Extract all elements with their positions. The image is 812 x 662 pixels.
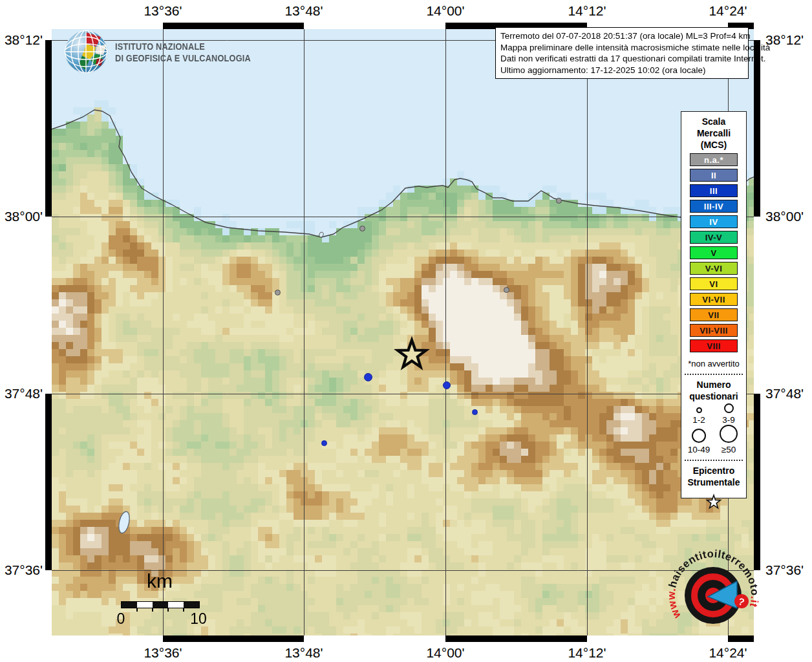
- frame-segment: [45, 40, 52, 217]
- questionnaire-class-label: 10-49: [688, 445, 710, 454]
- legend-title: ScalaMercalli(MCS): [681, 116, 746, 151]
- axis-label-right: 38°12': [765, 32, 812, 48]
- mercalli-swatch-ivv: IV-V: [690, 231, 738, 244]
- frame-segment: [754, 23, 760, 40]
- axis-label-left: 37°48': [0, 386, 43, 401]
- axis-label-bottom: 14°00': [410, 645, 481, 661]
- question-mark-badge[interactable]: ?: [734, 594, 749, 608]
- scale-bar-segments: [121, 601, 200, 608]
- questionnaire-class: 10-49: [684, 429, 714, 454]
- questionnaires-title: Numeroquestionari: [681, 379, 746, 402]
- intensity-dot: [472, 409, 478, 415]
- haisentitoilterremoto-logo[interactable]: www.haisentitoilterremoto.it ?: [658, 540, 768, 650]
- frame-segment: [45, 217, 52, 394]
- frame-segment: [304, 23, 445, 29]
- frame-segment: [304, 635, 445, 642]
- mercalli-swatch-iii: III: [690, 184, 738, 197]
- info-box-line: Terremoto del 07-07-2018 20:51:37 (ora l…: [500, 30, 743, 42]
- ingv-logo-line2: DI GEOFISICA E VULCANOLOGIA: [115, 52, 251, 64]
- ingv-logo-line1: ISTITUTO NAZIONALE: [115, 41, 251, 52]
- mercalli-swatch-ii: II: [690, 169, 738, 182]
- questionnaire-class: 3-9: [714, 403, 743, 425]
- scale-bar-segment: [153, 602, 168, 608]
- epicenter-star-icon: [393, 336, 431, 374]
- mercalli-scale-swatches: n.a.*IIIIIIII-IVIVIV-VVV-VIVIVI-VIIVIIVI…: [681, 153, 746, 352]
- not-felt-dot: [359, 226, 365, 231]
- ingv-globe-icon: [62, 27, 110, 75]
- axis-label-right: 37°36': [765, 562, 812, 578]
- axis-label-right: 37°48': [765, 386, 812, 401]
- mercalli-swatch-viiviii: VII-VIII: [690, 324, 738, 337]
- axis-label-bottom: 13°48': [268, 645, 339, 661]
- questionnaire-circle-icon: [696, 407, 702, 413]
- questionnaire-class: ≥50: [714, 425, 743, 454]
- axis-label-top: 14°12': [551, 3, 623, 19]
- scale-bar-start: 0: [114, 610, 128, 628]
- axis-label-right: 38°00': [765, 209, 812, 224]
- scale-bar-tick: [183, 608, 184, 612]
- axis-label-left: 38°00': [0, 209, 43, 224]
- axis-label-left: 37°36': [0, 562, 43, 578]
- mercalli-swatch-vii: VII: [690, 308, 738, 321]
- questionnaire-circle-icon: [692, 429, 706, 443]
- mercalli-swatch-vivii: VI-VII: [690, 293, 738, 306]
- scale-bar-tick: [167, 608, 169, 612]
- axis-label-bottom: 13°36': [127, 645, 198, 661]
- questionnaire-class-label: 3-9: [722, 415, 735, 425]
- mercalli-swatch-vi: VI: [690, 277, 738, 290]
- info-box-line: Dati non verificati estratti da 17 quest…: [500, 53, 743, 65]
- axis-label-top: 14°00': [410, 3, 481, 19]
- scale-bar-segment: [184, 602, 199, 608]
- epicenter-legend-star-icon: [704, 492, 723, 511]
- scale-bar-segment: [137, 602, 153, 608]
- scale-bar-segment: [168, 602, 184, 608]
- scale-bar-end: 10: [189, 610, 208, 628]
- map-legend: ScalaMercalli(MCS) n.a.*IIIIIIII-IVIVIV-…: [681, 111, 747, 498]
- axis-label-top: 13°36': [127, 3, 198, 19]
- mercalli-swatch-v: V: [690, 246, 738, 259]
- axis-label-bottom: 14°12': [551, 645, 623, 661]
- questionnaire-class-label: 1-2: [692, 415, 705, 425]
- mercalli-swatch-iv: IV: [690, 215, 738, 228]
- info-box-line: Mappa preliminare delle intensità macros…: [500, 42, 743, 54]
- questionnaire-circle-icon: [724, 403, 734, 413]
- questionnaire-size-key: 1-23-910-49≥50: [684, 403, 743, 454]
- scale-bar-segment: [122, 602, 137, 608]
- intensity-dot: [443, 381, 451, 389]
- mercalli-swatch-vvi: V-VI: [690, 262, 738, 275]
- intensity-dot: [321, 440, 327, 446]
- scale-bar-tick: [136, 608, 138, 612]
- axis-label-top: 14°24': [692, 3, 764, 19]
- axis-label-left: 38°12': [0, 32, 43, 48]
- scale-bar-unit: km: [131, 570, 188, 592]
- earthquake-info-box: Terremoto del 07-07-2018 20:51:37 (ora l…: [495, 27, 749, 79]
- frame-segment: [45, 394, 52, 570]
- axis-label-top: 13°48': [268, 3, 339, 19]
- scale-bar-tick: [152, 608, 153, 612]
- epicenter-legend-title: EpicentroStrumentale: [681, 465, 746, 488]
- not-felt-dot: [275, 290, 281, 295]
- frame-segment: [754, 40, 760, 217]
- legend-divider: [685, 460, 743, 461]
- macroseismic-map-page: 13°36'13°48'14°00'14°12'14°24'13°36'13°4…: [0, 0, 812, 662]
- frame-segment: [45, 635, 163, 642]
- frame-segment: [163, 635, 304, 642]
- info-box-line: Ultimo aggiornamento: 17-12-2025 10:02 (…: [500, 65, 743, 76]
- ingv-logo: ISTITUTO NAZIONALE DI GEOFISICA E VULCAN…: [62, 27, 224, 78]
- mercalli-swatch-na: n.a.*: [690, 153, 738, 166]
- mercalli-swatch-iiiiv: III-IV: [690, 200, 738, 213]
- frame-segment: [445, 635, 587, 642]
- mercalli-swatch-viii: VIII: [690, 339, 738, 352]
- legend-divider: [685, 374, 743, 375]
- frame-segment: [754, 217, 760, 394]
- questionnaire-class-label: ≥50: [721, 445, 736, 454]
- terrain-map-canvas: [52, 29, 754, 635]
- intensity-dot: [364, 373, 372, 381]
- frame-segment: [45, 23, 52, 40]
- legend-footnote: *non avvertito: [681, 359, 746, 368]
- not-felt-dot: [504, 287, 509, 293]
- questionnaire-circle-icon: [720, 425, 738, 443]
- ingv-logo-text: ISTITUTO NAZIONALE DI GEOFISICA E VULCAN…: [115, 41, 251, 64]
- not-felt-dot: [556, 198, 562, 204]
- frame-segment: [45, 570, 52, 642]
